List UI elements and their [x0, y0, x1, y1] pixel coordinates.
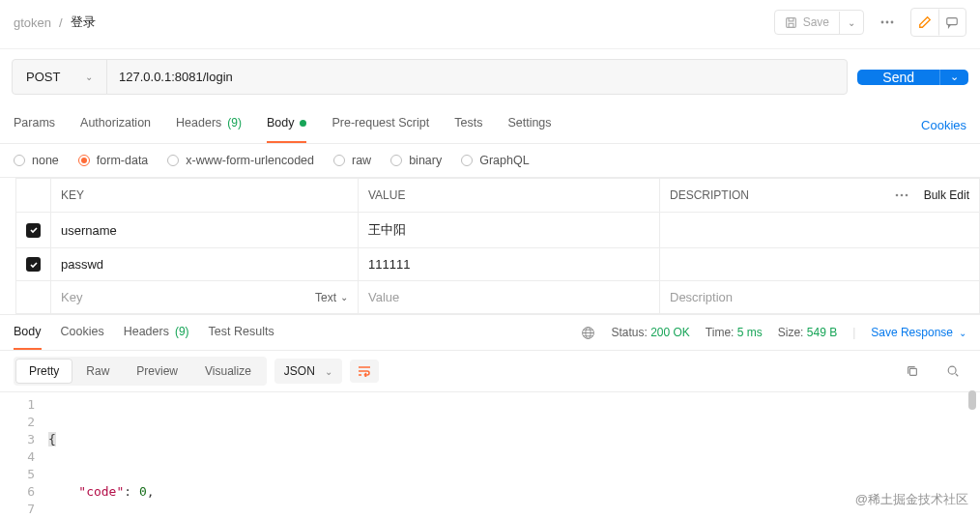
col-header-key: KEY: [51, 179, 359, 213]
row-key-cell[interactable]: passwd: [51, 248, 359, 281]
tab-settings[interactable]: Settings: [507, 106, 551, 143]
response-lang-select[interactable]: JSON ⌄: [274, 359, 342, 384]
body-type-graphql-label: GraphQL: [479, 154, 529, 167]
row-value-cell[interactable]: 王中阳: [359, 213, 660, 248]
svg-point-4: [891, 21, 894, 24]
time-value: 5 ms: [737, 326, 763, 339]
save-icon: [785, 16, 797, 29]
cookies-link[interactable]: Cookies: [921, 118, 966, 132]
radio-icon: [333, 155, 345, 166]
send-dropdown[interactable]: ⌄: [939, 70, 968, 85]
body-type-formdata[interactable]: form-data: [78, 154, 149, 167]
row-value-cell[interactable]: 111111: [359, 248, 660, 281]
save-button-group: Save ⌄: [774, 10, 864, 35]
row-enable-checkbox[interactable]: [26, 257, 41, 272]
view-mode-visualize[interactable]: Visualize: [191, 359, 265, 384]
copy-response-button[interactable]: [899, 358, 926, 385]
svg-point-7: [900, 194, 903, 197]
tab-prerequest[interactable]: Pre-request Script: [331, 106, 429, 143]
status-label: Status:: [611, 326, 647, 339]
resp-tab-body[interactable]: Body: [14, 315, 42, 350]
request-url-bar: POST ⌄: [12, 59, 848, 95]
row-desc-placeholder[interactable]: Description: [660, 281, 980, 314]
comment-icon: [945, 15, 959, 29]
json-code[interactable]: { "code": 0, "msg": "success", "data": {…: [48, 396, 677, 518]
response-body-viewer: 1 2 3 4 5 6 7 { "code": 0, "msg": "succe…: [0, 392, 980, 518]
more-options-button[interactable]: [874, 9, 901, 36]
tab-headers[interactable]: Headers (9): [176, 106, 242, 143]
body-type-formdata-label: form-data: [97, 154, 149, 167]
tab-params[interactable]: Params: [14, 106, 55, 143]
svg-rect-11: [909, 368, 916, 375]
row-key-placeholder[interactable]: Key Text⌄: [51, 281, 359, 314]
table-row-new: Key Text⌄ Value Description: [16, 281, 980, 314]
row-desc-cell[interactable]: [660, 248, 980, 281]
resp-headers-count: (9): [175, 325, 189, 338]
svg-rect-0: [786, 17, 795, 27]
breadcrumb-parent[interactable]: gtoken: [14, 15, 51, 30]
body-type-binary[interactable]: binary: [390, 154, 442, 167]
globe-icon[interactable]: [581, 326, 595, 340]
svg-point-8: [905, 194, 908, 197]
breadcrumb: gtoken / 登录: [14, 14, 96, 31]
value-type-select[interactable]: Text⌄: [315, 291, 348, 304]
radio-icon: [390, 155, 402, 166]
tab-headers-label: Headers: [176, 116, 221, 130]
table-row: passwd 111111: [16, 248, 980, 281]
svg-point-2: [881, 21, 884, 24]
resp-tab-tests[interactable]: Test Results: [209, 315, 274, 350]
http-method-select[interactable]: POST ⌄: [13, 60, 107, 94]
body-type-none[interactable]: none: [14, 154, 59, 167]
chevron-down-icon: ⌄: [848, 17, 855, 28]
body-modified-indicator: [300, 120, 306, 127]
line-gutter: 1 2 3 4 5 6 7: [0, 396, 48, 518]
save-label: Save: [803, 15, 829, 29]
scrollbar-thumb[interactable]: [968, 390, 976, 410]
chevron-down-icon: ⌄: [85, 72, 93, 82]
resp-tab-cookies[interactable]: Cookies: [61, 315, 104, 350]
body-type-xwww[interactable]: x-www-form-urlencoded: [167, 154, 314, 167]
http-method-value: POST: [26, 70, 60, 84]
resp-tab-headers[interactable]: Headers (9): [124, 315, 189, 350]
tab-tests[interactable]: Tests: [454, 106, 482, 143]
search-response-button[interactable]: [939, 358, 966, 385]
chevron-down-icon: ⌄: [950, 71, 959, 83]
save-dropdown[interactable]: ⌄: [839, 12, 863, 34]
comments-button[interactable]: [938, 9, 966, 36]
value-type-label: Text: [315, 291, 336, 304]
chevron-down-icon: ⌄: [959, 328, 966, 338]
pencil-icon: [918, 15, 932, 29]
status-value: 200 OK: [650, 326, 690, 339]
view-mode-raw[interactable]: Raw: [72, 359, 123, 384]
view-mode-pretty[interactable]: Pretty: [15, 359, 72, 384]
row-value-placeholder[interactable]: Value: [359, 281, 660, 314]
save-response-button[interactable]: Save Response ⌄: [871, 326, 966, 339]
row-enable-checkbox[interactable]: [26, 223, 41, 238]
resp-tab-headers-label: Headers: [124, 325, 169, 338]
bulk-edit-link[interactable]: Bulk Edit: [924, 188, 969, 202]
save-button[interactable]: Save: [775, 11, 839, 34]
formdata-table: KEY VALUE DESCRIPTION Bulk Edit username…: [15, 178, 980, 314]
send-button[interactable]: Send: [857, 70, 939, 85]
row-desc-cell[interactable]: [660, 213, 980, 248]
edit-docs-button[interactable]: [911, 9, 938, 36]
wrap-lines-toggle[interactable]: [350, 360, 379, 383]
view-mode-preview[interactable]: Preview: [123, 359, 191, 384]
request-url-input[interactable]: [107, 60, 847, 94]
body-type-raw[interactable]: raw: [333, 154, 371, 167]
svg-point-6: [895, 194, 898, 197]
body-type-none-label: none: [32, 154, 59, 167]
search-icon: [946, 364, 960, 378]
time-label: Time:: [706, 326, 735, 339]
table-more-options[interactable]: [895, 193, 908, 197]
tab-authorization[interactable]: Authorization: [80, 106, 151, 143]
radio-icon: [461, 155, 473, 166]
table-row: username 王中阳: [16, 213, 980, 248]
breadcrumb-sep: /: [59, 15, 63, 30]
row-key-cell[interactable]: username: [51, 213, 359, 248]
size-label: Size:: [778, 326, 804, 339]
svg-point-12: [948, 366, 956, 374]
tab-body[interactable]: Body: [267, 106, 307, 143]
body-type-graphql[interactable]: GraphQL: [461, 154, 529, 167]
col-header-desc: DESCRIPTION: [670, 188, 749, 202]
